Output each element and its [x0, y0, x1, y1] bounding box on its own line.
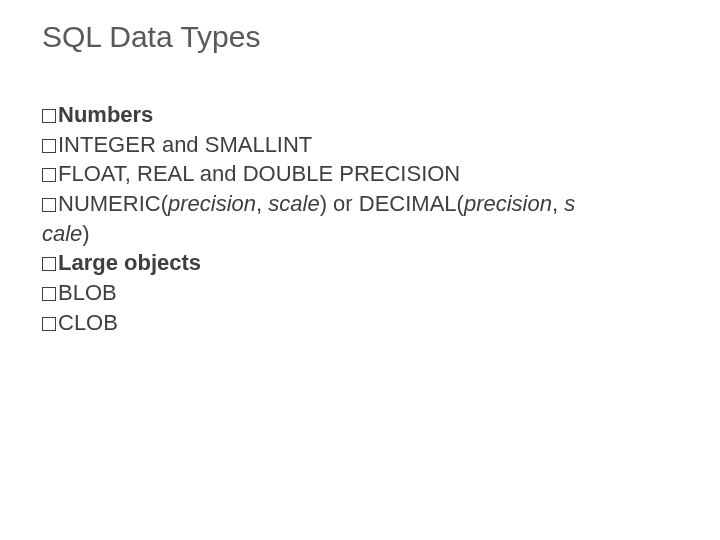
- square-bullet-icon: [42, 109, 56, 123]
- text-blob: BLOB: [58, 280, 117, 305]
- slide-title: SQL Data Types: [42, 20, 260, 54]
- bullet-line-blob: BLOB: [42, 278, 680, 308]
- text-integer: INTEGER and SMALLINT: [58, 132, 312, 157]
- text-numeric-c: ) or DECIMAL(: [320, 191, 464, 216]
- text-clob: CLOB: [58, 310, 118, 335]
- text-large-objects: Large objects: [58, 250, 201, 275]
- text-s: s: [564, 191, 575, 216]
- bullet-line-numbers: Numbers: [42, 100, 680, 130]
- text-numbers: Numbers: [58, 102, 153, 127]
- bullet-line-clob: CLOB: [42, 308, 680, 338]
- bullet-line-integer: INTEGER and SMALLINT: [42, 130, 680, 160]
- square-bullet-icon: [42, 257, 56, 271]
- text-precision-1: precision: [168, 191, 256, 216]
- bullet-line-large-objects: Large objects: [42, 248, 680, 278]
- bullet-line-numeric-wrap: cale): [42, 219, 680, 249]
- text-cale: cale: [42, 221, 82, 246]
- bullet-line-numeric: NUMERIC(precision, scale) or DECIMAL(pre…: [42, 189, 680, 219]
- slide-body: Numbers INTEGER and SMALLINT FLOAT, REAL…: [42, 100, 680, 338]
- square-bullet-icon: [42, 198, 56, 212]
- text-numeric-b: ,: [256, 191, 268, 216]
- square-bullet-icon: [42, 317, 56, 331]
- text-numeric-close: ): [82, 221, 89, 246]
- slide: SQL Data Types Numbers INTEGER and SMALL…: [0, 0, 720, 540]
- square-bullet-icon: [42, 139, 56, 153]
- bullet-line-float: FLOAT, REAL and DOUBLE PRECISION: [42, 159, 680, 189]
- square-bullet-icon: [42, 287, 56, 301]
- text-float: FLOAT, REAL and DOUBLE PRECISION: [58, 161, 460, 186]
- text-numeric-d: ,: [552, 191, 564, 216]
- text-scale-1: scale: [268, 191, 319, 216]
- text-precision-2: precision: [464, 191, 552, 216]
- text-numeric-a: NUMERIC(: [58, 191, 168, 216]
- square-bullet-icon: [42, 168, 56, 182]
